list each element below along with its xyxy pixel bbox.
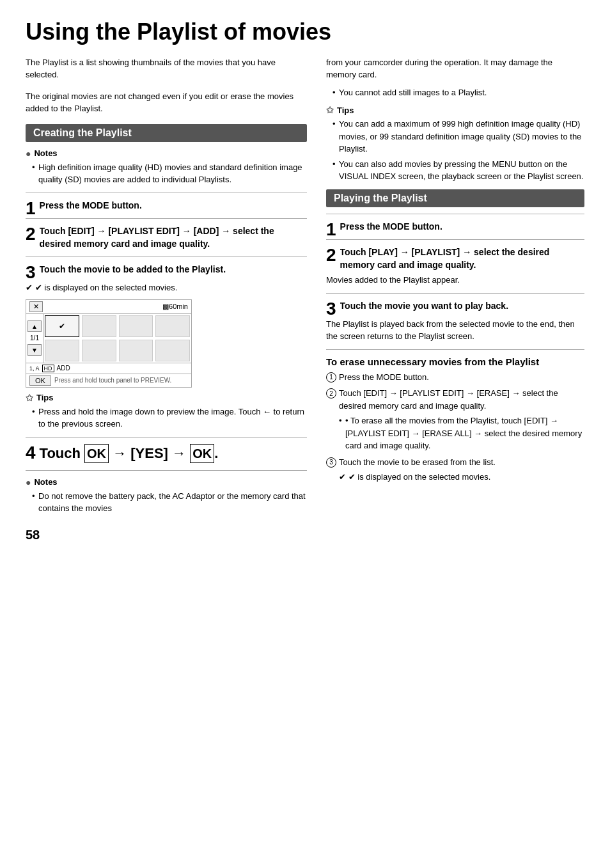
right-tips-icon: ✩ [326,105,334,115]
creating-section-header: Creating the Playlist [26,124,307,142]
page-number: 58 [26,528,307,542]
screen-mockup: ✕ ▩60min ▲ 1/1 ▼ ✔ [26,299,192,388]
right-tips-title: Tips [337,106,354,115]
playing-step3-sub: The Playlist is played back from the sel… [326,318,584,343]
creating-note2-1: Do not remove the battery pack, the AC A… [32,490,307,515]
playing-step2-sub: Movies added to the Playlist appear. [326,274,584,287]
right-intro-para1: from your camcorder during the operation… [326,56,584,81]
right-intro-bullet1: You cannot add still images to a Playlis… [332,86,584,99]
erase-step-3: 3 Touch the movie to be erased from the … [326,456,584,484]
right-tip-1: You can add a maximum of 999 high defini… [332,118,584,155]
screen-mode-label: 1, A [29,365,40,372]
screen-ok-btn[interactable]: OK [29,375,51,386]
creating-tip-1: Press and hold the image down to preview… [32,406,307,430]
screen-preview-label: Press and hold touch panel to PREVIEW. [54,377,171,384]
playing-step1: 1 Press the MODE button. [326,221,584,233]
creating-step3: 3 Touch the movie to be added to the Pla… [26,264,307,294]
creating-step4: 4 Touch OK → [YES] → OK. [26,444,307,464]
playing-step3: 3 Touch the movie you want to play back.… [326,300,584,343]
notes2-icon: ● [26,477,31,487]
thumb-6 [82,340,116,361]
creating-note-1: High definition image quality (HD) movie… [32,161,307,186]
playing-step2: 2 Touch [PLAY] → [PLAYLIST] → select the… [326,246,584,287]
creating-step3-sub: ✔ ✔ is displayed on the selected movies. [26,281,307,294]
creating-tips-title: Tips [36,393,54,402]
erase-sub2: ✔ ✔ is displayed on the selected movies. [339,471,584,484]
screen-battery: ▩60min [162,303,188,311]
screen-counter: 1/1 [29,333,40,343]
creating-step1: 1 Press the MODE button. [26,200,307,212]
thumb-7 [119,340,153,361]
screen-up-btn[interactable]: ▲ [27,320,42,332]
erase-sub1: • To erase all the movies from the Playl… [339,414,584,452]
playing-section-header: Playing the Playlist [326,189,584,207]
screen-x-btn[interactable]: ✕ [29,301,43,312]
right-tip-2: You can also add movies by pressing the … [332,158,584,183]
thumb-1: ✔ [45,315,79,337]
screen-down-btn[interactable]: ▼ [27,344,42,356]
intro-para2: The original movies are not changed even… [26,90,307,115]
screen-hd-badge: HD [42,365,54,372]
erase-section-title: To erase unnecessary movies from the Pla… [326,356,584,367]
notes-icon: ● [26,148,31,159]
tips-icon: ✩ [26,393,33,403]
thumb-5 [45,340,79,361]
erase-step-1: 1 Press the MODE button. [326,371,584,384]
page-title: Using the Playlist of movies [26,19,584,45]
thumb-4 [155,315,190,337]
creating-step2: 2 Touch [EDIT] → [PLAYLIST EDIT] → [ADD]… [26,225,307,250]
screen-add-label: ADD [57,365,70,372]
creating-notes2-title: Notes [34,477,57,487]
thumb-2 [82,315,116,337]
thumb-8 [155,340,190,361]
thumb-3 [119,315,153,337]
erase-step-2: 2 Touch [EDIT] → [PLAYLIST EDIT] → [ERAS… [326,387,584,452]
intro-para1: The Playlist is a list showing thumbnail… [26,56,307,81]
creating-notes-title: Notes [34,148,57,158]
